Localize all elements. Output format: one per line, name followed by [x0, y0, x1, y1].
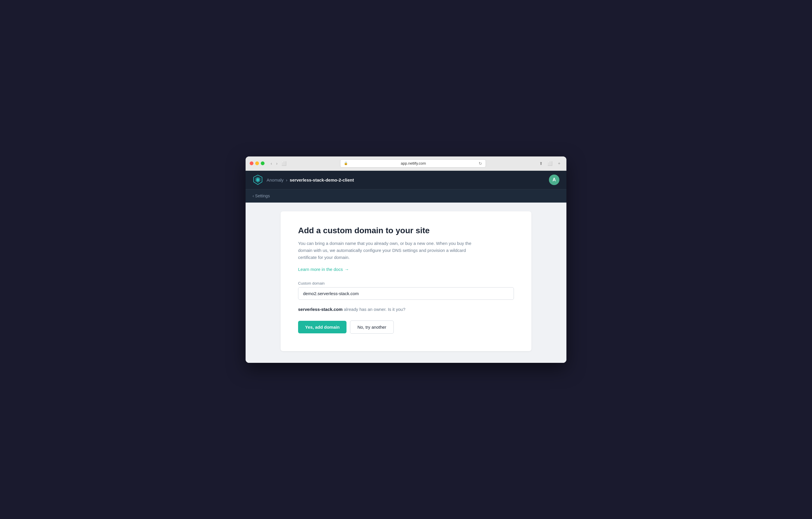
maximize-button[interactable]: [261, 161, 265, 165]
address-bar[interactable]: 🔒 app.netlify.com ↻: [340, 159, 486, 168]
breadcrumb: Anomaly › serverless-stack-demo-2-client: [267, 177, 354, 183]
page-title: Add a custom domain to your site: [298, 226, 514, 235]
no-try-another-button[interactable]: No, try another: [350, 321, 394, 334]
app-header: Anomaly › serverless-stack-demo-2-client…: [245, 171, 567, 189]
main-content: Add a custom domain to your site You can…: [245, 202, 567, 363]
new-tab-button[interactable]: ＋: [556, 160, 562, 167]
owner-domain-bold: serverless-stack.com: [298, 307, 343, 312]
org-name[interactable]: Anomaly: [267, 177, 284, 183]
tab-view-button[interactable]: ⬜: [280, 161, 288, 166]
browser-chrome: ‹ › ⬜ 🔒 app.netlify.com ↻ ⬆ ⬜ ＋: [245, 157, 567, 171]
back-nav-button[interactable]: ‹: [269, 161, 273, 166]
share-button[interactable]: ⬆: [538, 161, 544, 166]
yes-add-domain-button[interactable]: Yes, add domain: [298, 321, 347, 333]
fullscreen-button[interactable]: ⬜: [546, 161, 554, 166]
button-group: Yes, add domain No, try another: [298, 321, 514, 334]
address-bar-container: 🔒 app.netlify.com ↻: [291, 159, 535, 168]
nav-buttons: ‹ › ⬜: [269, 161, 288, 166]
domain-field-label: Custom domain: [298, 281, 514, 285]
sub-header: ‹ Settings: [245, 189, 567, 202]
back-to-settings-link[interactable]: ‹ Settings: [253, 194, 559, 198]
lock-icon: 🔒: [344, 161, 348, 165]
docs-link[interactable]: Learn more in the docs →: [298, 267, 349, 272]
docs-link-text: Learn more in the docs: [298, 267, 343, 272]
site-name[interactable]: serverless-stack-demo-2-client: [290, 177, 354, 183]
domain-field: Custom domain: [298, 281, 514, 307]
docs-link-arrow: →: [344, 267, 349, 272]
domain-input[interactable]: [298, 287, 514, 300]
traffic-lights: [250, 161, 265, 165]
close-button[interactable]: [250, 161, 254, 165]
browser-window: ‹ › ⬜ 🔒 app.netlify.com ↻ ⬆ ⬜ ＋: [245, 157, 567, 363]
header-left: Anomaly › serverless-stack-demo-2-client: [253, 174, 354, 185]
page-description: You can bring a domain name that you alr…: [298, 240, 485, 261]
owner-message-rest: already has an owner. Is it you?: [343, 307, 405, 312]
netlify-logo-icon: [253, 174, 263, 185]
forward-nav-button[interactable]: ›: [275, 161, 279, 166]
owner-message: serverless-stack.com already has an owne…: [298, 307, 514, 312]
browser-actions: ⬆ ⬜ ＋: [538, 160, 562, 167]
breadcrumb-separator: ›: [286, 177, 287, 183]
content-card: Add a custom domain to your site You can…: [281, 211, 531, 351]
url-text: app.netlify.com: [350, 161, 477, 165]
minimize-button[interactable]: [255, 161, 259, 165]
user-avatar[interactable]: A: [549, 174, 559, 185]
reload-button[interactable]: ↻: [478, 161, 482, 166]
